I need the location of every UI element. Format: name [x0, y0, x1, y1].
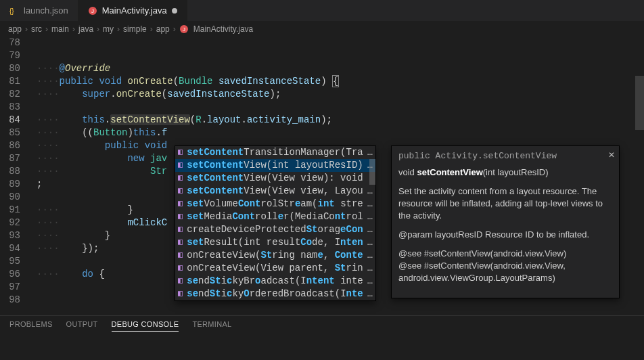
line-number: 95: [0, 255, 20, 268]
code-line[interactable]: [37, 49, 644, 62]
method-icon: ◧: [178, 198, 183, 210]
line-number: 88: [0, 165, 20, 178]
line-number: 91: [0, 204, 20, 217]
method-icon: ◧: [178, 159, 183, 172]
breadcrumb-item[interactable]: java: [78, 24, 93, 34]
breadcrumb-item[interactable]: main: [51, 24, 69, 34]
panel-tabs: PROBLEMSOUTPUTDEBUG CONSOLETERMINAL: [0, 315, 644, 336]
method-icon: ◧: [178, 249, 183, 262]
line-number: 92: [0, 217, 20, 229]
chevron-right-icon: ›: [45, 24, 48, 34]
suggest-item[interactable]: ◧setVolumeControlStream(int stre…: [175, 198, 375, 210]
scrollbar-thumb[interactable]: [635, 76, 644, 130]
line-number: 96: [0, 268, 20, 281]
chevron-right-icon: ›: [97, 24, 99, 34]
line-number: 89: [0, 178, 20, 191]
close-icon[interactable]: ✕: [608, 149, 615, 161]
method-icon: ◧: [178, 146, 183, 159]
tab-launchjson[interactable]: {} launch.json: [0, 0, 78, 21]
line-number: 83: [0, 101, 20, 114]
breadcrumb-item[interactable]: app: [156, 24, 170, 34]
suggest-item[interactable]: ◧onCreateView(View parent, Strin…: [175, 262, 375, 275]
method-icon: ◧: [178, 288, 183, 300]
method-icon: ◧: [178, 210, 183, 223]
line-number: 79: [0, 49, 20, 62]
line-number: 93: [0, 229, 20, 242]
breadcrumb-item[interactable]: app: [8, 24, 22, 34]
svg-text:J: J: [91, 8, 94, 14]
editor-tabs: {} launch.json J MainActivity.java: [0, 0, 644, 22]
breadcrumb-item[interactable]: simple: [123, 24, 147, 34]
line-number: 86: [0, 139, 20, 152]
line-number: 97: [0, 281, 20, 294]
editor-scrollbar[interactable]: [635, 37, 644, 315]
line-number: 80: [0, 62, 20, 75]
chevron-right-icon: ›: [117, 24, 120, 34]
line-number: 82: [0, 88, 20, 101]
breadcrumb-item[interactable]: my: [103, 24, 114, 34]
doc-qualified-name: public Activity.setContentView: [398, 150, 612, 162]
java-icon: J: [88, 6, 97, 16]
line-number: 85: [0, 127, 20, 139]
method-icon: ◧: [178, 275, 183, 288]
panel-tab-debug-console[interactable]: DEBUG CONSOLE: [112, 320, 179, 332]
line-number: 94: [0, 242, 20, 255]
chevron-right-icon: ›: [173, 24, 176, 34]
tab-label: launch.json: [24, 5, 68, 16]
java-icon: J: [179, 24, 189, 34]
suggest-documentation: ✕ public Activity.setContentView void se…: [391, 145, 620, 298]
suggest-item[interactable]: ◧setContentView(View view, Layou…: [175, 185, 375, 198]
json-icon: {}: [9, 6, 19, 16]
suggest-item[interactable]: ◧setContentTransitionManager(Tra…: [175, 146, 375, 159]
chevron-right-icon: ›: [150, 24, 153, 34]
suggest-item[interactable]: ◧setContentView(int layoutResID)…: [175, 159, 375, 172]
panel-tab-output[interactable]: OUTPUT: [66, 320, 98, 332]
suggest-item[interactable]: ◧createDeviceProtectedStorageCon…: [175, 223, 375, 236]
chevron-right-icon: ›: [25, 24, 28, 34]
suggest-item[interactable]: ◧setResult(int resultCode, Inten…: [175, 236, 375, 249]
method-icon: ◧: [178, 223, 183, 236]
breadcrumb[interactable]: app› src› main› java› my› simple› app› J…: [0, 22, 644, 37]
panel-tab-terminal[interactable]: TERMINAL: [192, 320, 231, 332]
suggest-item[interactable]: ◧setContentView(View view): void: [175, 172, 375, 185]
doc-param: @param layoutResID Resource ID to be inf…: [398, 229, 612, 241]
suggest-item[interactable]: ◧setMediaController(MediaControl…: [175, 210, 375, 223]
tab-label: MainActivity.java: [102, 5, 167, 16]
svg-text:J: J: [183, 26, 185, 32]
line-number: 78: [0, 37, 20, 49]
doc-description: Set the activity content from a layout r…: [398, 185, 612, 222]
line-number: 81: [0, 75, 20, 88]
gutter: 7879808182838485868788899091929394959697…: [0, 37, 37, 315]
suggest-item[interactable]: ◧sendStickyOrderedBroadcast(Inte…: [175, 288, 375, 300]
line-number: 87: [0, 152, 20, 165]
dirty-indicator-icon: [172, 8, 177, 14]
line-number: 98: [0, 294, 20, 307]
code-line[interactable]: ····@Override: [37, 62, 644, 75]
method-icon: ◧: [178, 185, 183, 198]
code-line[interactable]: ····public void onCreate(Bundle savedIns…: [37, 75, 644, 88]
panel-tab-problems[interactable]: PROBLEMS: [9, 320, 53, 332]
suggest-item[interactable]: ◧onCreateView(String name, Conte…: [175, 249, 375, 262]
breadcrumb-item[interactable]: src: [31, 24, 42, 34]
svg-text:{}: {}: [9, 7, 14, 15]
doc-see: @see #setContentView(android.view.View) …: [398, 248, 612, 284]
doc-signature: void setContentView(int layoutResID): [398, 166, 612, 179]
code-line[interactable]: ···· ((Button)this.f: [37, 127, 644, 139]
suggest-scrollbar[interactable]: [369, 146, 375, 300]
method-icon: ◧: [178, 236, 183, 249]
breadcrumb-file[interactable]: MainActivity.java: [193, 24, 253, 34]
tab-mainactivity[interactable]: J MainActivity.java: [78, 0, 187, 21]
method-icon: ◧: [178, 262, 183, 275]
code-line[interactable]: ···· this.setContentView(R.layout.activi…: [37, 114, 644, 127]
code-line[interactable]: ···· super.onCreate(savedInstanceState);: [37, 88, 644, 101]
code-line[interactable]: [37, 101, 644, 114]
line-number: 84: [0, 114, 20, 127]
line-number: 90: [0, 191, 20, 204]
method-icon: ◧: [178, 172, 183, 185]
chevron-right-icon: ›: [72, 24, 75, 34]
code-line[interactable]: [37, 37, 644, 49]
scrollbar-thumb[interactable]: [369, 159, 375, 185]
suggest-item[interactable]: ◧sendStickyBroadcast(Intent inte…: [175, 275, 375, 288]
suggest-widget[interactable]: ◧setContentTransitionManager(Tra…◧setCon…: [175, 145, 376, 301]
